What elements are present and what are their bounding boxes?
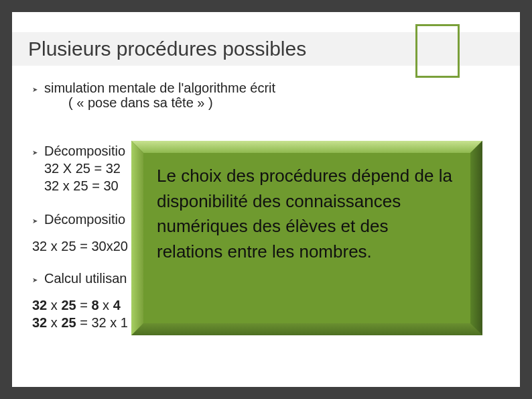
chevron-icon: ➤ [32, 79, 44, 98]
bullet-item-4: ➤ Calcul utilisan [32, 270, 500, 288]
bullet-3-line2: 32 x 25 = 30x20 [32, 237, 500, 255]
bullet-4-line2: 32 x 25 = 8 x 4 [32, 296, 500, 314]
chevron-icon: ➤ [32, 211, 44, 229]
bullet-item-1: ➤ simulation mentale de l'algorithme écr… [32, 79, 500, 111]
bullet-2-line3: 32 x 25 = 30 [44, 177, 125, 194]
body-content: ➤ simulation mentale de l'algorithme écr… [32, 79, 500, 374]
chevron-icon: ➤ [32, 142, 44, 161]
bullet-2-line1: Décompositio [44, 142, 125, 160]
bullet-3-line1: Décompositio [44, 211, 125, 228]
accent-frame [415, 24, 460, 78]
slide-title: Plusieurs procédures possibles [28, 38, 306, 60]
slide: Plusieurs procédures possibles ➤ simulat… [0, 0, 532, 399]
bullet-4-line3: 32 x 25 = 32 x 1 [32, 314, 500, 331]
bullet-item-3: ➤ Décompositio [32, 211, 500, 229]
bullet-4-line1: Calcul utilisan [44, 270, 127, 287]
chevron-icon: ➤ [32, 270, 44, 288]
bullet-2-line2: 32 X 25 = 32 [44, 160, 125, 177]
bullet-item-2: ➤ Décompositio 32 X 25 = 32 32 x 25 = 30 [32, 142, 500, 194]
